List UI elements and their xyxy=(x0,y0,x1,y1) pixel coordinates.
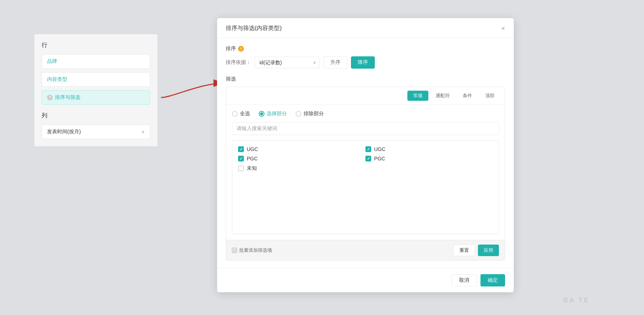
checkbox-ugc-left[interactable]: UGC xyxy=(238,146,365,152)
reset-button[interactable]: 重置 xyxy=(453,245,475,256)
filter-items-container: UGC PGC 未知 xyxy=(232,140,499,234)
col-dropdown[interactable]: 发表时间(按月) ∨ xyxy=(42,125,150,139)
tab-condition[interactable]: 条件 xyxy=(457,91,478,101)
radio-exclude-part-circle xyxy=(296,111,301,117)
info-icon: ! xyxy=(238,46,244,52)
question-icon: ? xyxy=(47,95,53,100)
right-column: UGC PGC xyxy=(365,146,493,172)
row-item-brand[interactable]: 品牌 xyxy=(42,54,150,69)
checkbox-ugc-right[interactable]: UGC xyxy=(365,146,493,152)
filter-content: 全选 选择部分 排除部分 请输入搜索关键词 xyxy=(226,104,505,240)
modal-footer: 取消 确定 xyxy=(217,268,514,292)
tab-top[interactable]: 顶部 xyxy=(479,91,500,101)
col-section: 列 发表时间(按月) ∨ xyxy=(42,112,150,139)
checkbox-pgc-right[interactable]: PGC xyxy=(365,156,493,161)
radio-select-part-circle xyxy=(259,111,264,117)
batch-add-icon: ☑ xyxy=(232,248,237,253)
chevron-down-icon: ∨ xyxy=(141,129,145,134)
filter-search-input[interactable]: 请输入搜索关键词 xyxy=(232,122,499,135)
radio-group: 全选 选择部分 排除部分 xyxy=(232,111,499,117)
confirm-button[interactable]: 确定 xyxy=(480,274,505,286)
modal-header: 排序与筛选(内容类型) × xyxy=(217,18,514,38)
modal-body: 排序 ! 排序依据： id(记录数) 升序 降序 筛选 常规 xyxy=(217,38,514,268)
asc-button[interactable]: 升序 xyxy=(323,56,347,69)
sort-row: 排序依据： id(记录数) 升序 降序 xyxy=(226,56,505,69)
close-button[interactable]: × xyxy=(501,25,505,32)
left-column: UGC PGC 未知 xyxy=(238,146,365,172)
filter-section-label: 筛选 xyxy=(226,76,505,82)
cancel-button[interactable]: 取消 xyxy=(452,274,477,286)
checkbox-grid: UGC PGC 未知 xyxy=(238,146,493,172)
row-item-sort-filter[interactable]: ? 排序与筛选 xyxy=(42,90,150,105)
filter-section: 常规 通配符 条件 顶部 全选 选择部分 xyxy=(226,87,505,261)
checkbox-pgc-left-box xyxy=(238,156,244,161)
apply-button[interactable]: 应用 xyxy=(478,245,499,256)
checkbox-unknown-left[interactable]: 未知 xyxy=(238,165,365,172)
radio-all-circle xyxy=(232,111,238,117)
tab-wildcard[interactable]: 通配符 xyxy=(430,91,456,101)
desc-button[interactable]: 降序 xyxy=(351,56,375,69)
checkbox-unknown-left-box xyxy=(238,165,244,171)
col-section-title: 列 xyxy=(42,112,150,120)
sort-section: 排序 ! 排序依据： id(记录数) 升序 降序 xyxy=(226,46,505,69)
row-item-content-type[interactable]: 内容类型 xyxy=(42,72,150,87)
modal: 排序与筛选(内容类型) × 排序 ! 排序依据： id(记录数) 升序 降序 xyxy=(217,18,514,292)
sort-section-label: 排序 ! xyxy=(226,46,505,52)
checkbox-pgc-left[interactable]: PGC xyxy=(238,156,365,161)
sort-select[interactable]: id(记录数) xyxy=(255,57,320,68)
left-panel: 行 品牌 内容类型 ? 排序与筛选 列 发表时间(按月) ∨ xyxy=(34,34,157,146)
sort-select-wrapper: id(记录数) xyxy=(255,57,320,68)
batch-add-button[interactable]: ☑ 批量添加筛选项 xyxy=(232,247,272,254)
checkbox-ugc-right-box xyxy=(365,146,371,152)
checkbox-pgc-right-box xyxy=(365,156,371,161)
sort-by-label: 排序依据： xyxy=(226,59,251,66)
checkbox-ugc-left-box xyxy=(238,146,244,152)
filter-actions: 重置 应用 xyxy=(453,245,499,256)
tab-normal[interactable]: 常规 xyxy=(407,91,428,101)
row-section-title: 行 xyxy=(42,42,150,49)
filter-tabs: 常规 通配符 条件 顶部 xyxy=(226,87,505,104)
radio-select-part[interactable]: 选择部分 xyxy=(259,111,287,117)
radio-all[interactable]: 全选 xyxy=(232,111,250,117)
filter-bottom-bar: ☑ 批量添加筛选项 重置 应用 xyxy=(226,240,505,260)
radio-exclude-part[interactable]: 排除部分 xyxy=(296,111,324,117)
modal-title: 排序与筛选(内容类型) xyxy=(226,25,282,32)
